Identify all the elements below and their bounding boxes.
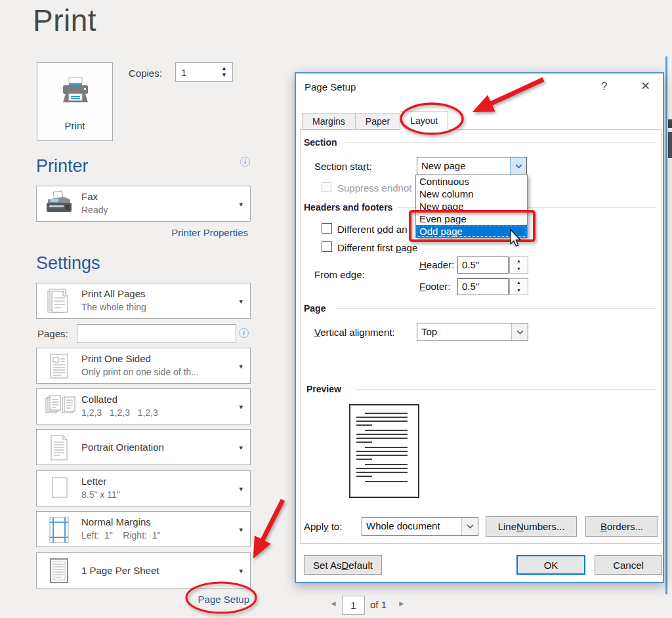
page-count-label: of 1 bbox=[370, 599, 387, 610]
footer-label: Footer: bbox=[419, 281, 451, 292]
setting-paper-size[interactable]: Letter 8.5" x 11" ▾ bbox=[36, 470, 251, 506]
setting-orientation[interactable]: Portrait Orientation ▾ bbox=[36, 429, 251, 465]
page-setup-dialog: Page Setup ? ✕ Margins Paper Layout Sect… bbox=[295, 72, 664, 583]
chevron-down-icon: ▾ bbox=[239, 201, 243, 207]
setting-pages-per-sheet[interactable]: 1 Page Per Sheet ▾ bbox=[36, 552, 251, 588]
section-start-dropdown-list: Continuous New column New page Even page… bbox=[415, 175, 528, 238]
pages-label: Pages: bbox=[37, 328, 68, 339]
combobox-dropdown-button[interactable] bbox=[510, 157, 526, 175]
tab-margins[interactable]: Margins bbox=[302, 113, 356, 130]
section-start-label: Section start: bbox=[314, 161, 372, 172]
dialog-title: Page Setup bbox=[304, 81, 356, 93]
close-icon[interactable]: ✕ bbox=[640, 79, 650, 93]
combobox-dropdown-button[interactable] bbox=[511, 323, 528, 340]
copies-label: Copies: bbox=[129, 68, 162, 79]
group-divider bbox=[345, 142, 656, 143]
page-setup-link[interactable]: Page Setup bbox=[171, 594, 249, 605]
chevron-down-icon: ▾ bbox=[239, 526, 243, 533]
dropdown-option[interactable]: New column bbox=[416, 188, 527, 200]
vertical-alignment-value: Top bbox=[417, 323, 511, 340]
ok-button[interactable]: OK bbox=[516, 555, 585, 575]
margins-icon bbox=[44, 516, 74, 545]
chevron-down-icon: ▾ bbox=[239, 485, 243, 492]
pages-input[interactable] bbox=[77, 324, 236, 343]
different-first-page-checkbox[interactable] bbox=[322, 241, 332, 252]
header-stepper[interactable]: 0.5" ▲ ▼ bbox=[457, 257, 528, 274]
preview-group-label: Preview bbox=[306, 384, 341, 394]
page-title: Print bbox=[33, 3, 96, 38]
different-first-page-label: Different first page bbox=[337, 242, 417, 253]
dropdown-option[interactable]: Even page bbox=[416, 213, 527, 225]
printer-icon bbox=[60, 76, 91, 105]
setting-collated[interactable]: Collated 1,2,3 1,2,3 1,2,3 ▾ bbox=[36, 388, 251, 424]
borders-button[interactable]: Borders... bbox=[585, 516, 658, 537]
portrait-icon bbox=[44, 434, 74, 463]
section-group-label: Section bbox=[304, 137, 337, 148]
setting-title: Portrait Orientation bbox=[81, 442, 164, 453]
setting-margins[interactable]: Normal Margins Left: 1" Right: 1" ▾ bbox=[36, 511, 251, 547]
section-start-value: New page bbox=[417, 157, 510, 175]
tab-paper[interactable]: Paper bbox=[355, 113, 400, 130]
different-odd-even-checkbox[interactable] bbox=[322, 223, 332, 234]
printer-selector[interactable]: Fax Ready ▾ bbox=[36, 186, 251, 222]
one-sided-icon bbox=[44, 352, 74, 381]
printer-info-icon[interactable]: i bbox=[240, 157, 250, 167]
help-icon[interactable]: ? bbox=[601, 80, 607, 93]
footer-stepper[interactable]: 0.5" ▲ ▼ bbox=[457, 278, 528, 295]
stepper-down-icon[interactable]: ▼ bbox=[510, 265, 528, 273]
stepper-up-icon[interactable]: ▲ bbox=[510, 257, 528, 265]
setting-print-all-pages[interactable]: Print All Pages The whole thing ▾ bbox=[36, 283, 251, 319]
vertical-alignment-combobox[interactable]: Top bbox=[417, 323, 528, 341]
different-odd-even-label: Different odd an bbox=[337, 224, 407, 235]
line-numbers-button[interactable]: Line Numbers... bbox=[486, 516, 577, 537]
copies-down-icon[interactable]: ▼ bbox=[221, 72, 227, 78]
copies-up-icon[interactable]: ▲ bbox=[221, 65, 227, 72]
scrollbar-arrow[interactable] bbox=[668, 119, 672, 128]
setting-subtitle: 1,2,3 1,2,3 1,2,3 bbox=[81, 407, 158, 418]
page-group-label: Page bbox=[304, 303, 326, 314]
chevron-down-icon: ▾ bbox=[239, 567, 243, 574]
preview-pane-edge bbox=[665, 56, 667, 594]
from-edge-label: From edge: bbox=[314, 269, 365, 280]
next-page-icon[interactable]: ► bbox=[398, 599, 406, 608]
tab-layout[interactable]: Layout bbox=[400, 111, 448, 130]
chevron-down-icon bbox=[516, 330, 524, 335]
previous-page-icon[interactable]: ◄ bbox=[329, 599, 337, 608]
chevron-down-icon: ▾ bbox=[239, 363, 243, 369]
cancel-button[interactable]: Cancel bbox=[595, 555, 662, 575]
apply-to-combobox[interactable]: Whole document bbox=[362, 517, 478, 536]
section-start-combobox[interactable]: New page bbox=[417, 157, 527, 175]
pages-per-sheet-icon bbox=[44, 557, 74, 586]
dialog-tabbar: Margins Paper Layout bbox=[302, 111, 448, 130]
fax-printer-icon bbox=[44, 190, 74, 216]
settings-heading: Settings bbox=[36, 253, 100, 274]
setting-print-one-sided[interactable]: Print One Sided Only print on one side o… bbox=[36, 348, 251, 384]
annotation-arrow-page-setup bbox=[255, 500, 283, 554]
stepper-down-icon[interactable]: ▼ bbox=[510, 287, 528, 295]
apply-to-label: Apply to: bbox=[304, 521, 342, 532]
copies-stepper[interactable]: 1 ▲ ▼ bbox=[175, 62, 233, 82]
printer-properties-link[interactable]: Printer Properties bbox=[118, 227, 248, 238]
group-divider bbox=[335, 308, 656, 309]
collated-icon bbox=[44, 393, 77, 422]
printer-heading: Printer bbox=[36, 156, 89, 176]
header-label: Header: bbox=[419, 259, 454, 270]
dropdown-option[interactable]: Continuous bbox=[416, 175, 527, 188]
stepper-up-icon[interactable]: ▲ bbox=[510, 279, 528, 287]
suppress-endnotes-checkbox[interactable] bbox=[322, 182, 331, 192]
scrollbar-thumb[interactable] bbox=[668, 132, 672, 158]
setting-title: Letter bbox=[81, 476, 106, 487]
dropdown-option[interactable]: New page bbox=[416, 200, 527, 213]
dropdown-option-selected[interactable]: Odd page bbox=[416, 225, 527, 237]
suppress-endnotes-label: Suppress endnot bbox=[337, 182, 411, 194]
setting-subtitle: The whole thing bbox=[81, 302, 146, 312]
header-value: 0.5" bbox=[457, 257, 509, 274]
chevron-down-icon: ▾ bbox=[239, 444, 243, 451]
setting-title: Collated bbox=[81, 394, 117, 405]
set-as-default-button[interactable]: Set As Default bbox=[304, 555, 382, 575]
pages-info-icon[interactable]: i bbox=[239, 328, 249, 338]
current-page-input[interactable]: 1 bbox=[342, 596, 365, 615]
chevron-down-icon bbox=[467, 524, 474, 529]
print-button[interactable]: Print bbox=[37, 62, 113, 141]
combobox-dropdown-button[interactable] bbox=[461, 518, 478, 535]
